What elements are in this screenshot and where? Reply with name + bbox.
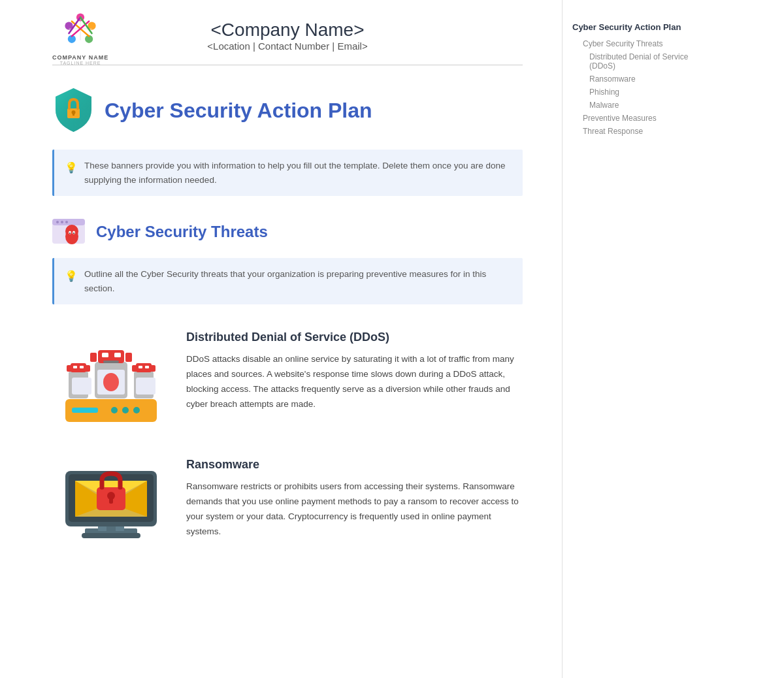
threats-section-header: Cyber Security Threats bbox=[52, 216, 523, 248]
threat-item-ransomware: Ransomware Ransomware restricts or prohi… bbox=[52, 451, 523, 556]
ransomware-description: Ransomware restricts or prohibits users … bbox=[186, 479, 523, 540]
logo-company-name: COMPANY NAME bbox=[52, 54, 108, 61]
svg-rect-51 bbox=[136, 378, 155, 395]
svg-rect-46 bbox=[150, 365, 155, 372]
sidebar-item-preventive[interactable]: Preventive Measures bbox=[572, 112, 696, 125]
svg-rect-48 bbox=[145, 366, 149, 368]
svg-rect-35 bbox=[80, 366, 84, 368]
svg-point-18 bbox=[65, 221, 68, 223]
sidebar-item-malware[interactable]: Malware bbox=[572, 99, 696, 112]
logo-area: COMPANY NAME TAGLINE HERE bbox=[52, 6, 108, 65]
ddos-image bbox=[52, 324, 170, 428]
svg-point-52 bbox=[103, 373, 119, 391]
company-name: <Company Name> bbox=[207, 20, 367, 40]
svg-rect-64 bbox=[106, 526, 116, 532]
svg-rect-26 bbox=[72, 408, 98, 413]
svg-rect-33 bbox=[85, 365, 90, 372]
svg-rect-34 bbox=[73, 366, 77, 368]
svg-rect-40 bbox=[102, 353, 108, 357]
threats-bulb-icon: 💡 bbox=[65, 268, 78, 285]
sidebar: Cyber Security Action Plan Cyber Securit… bbox=[562, 0, 706, 678]
ransomware-title: Ransomware bbox=[186, 458, 523, 472]
header-divider bbox=[52, 65, 523, 65]
svg-rect-65 bbox=[82, 533, 140, 538]
threat-item-ddos: Distributed Denial of Service (DDoS) DDo… bbox=[52, 324, 523, 428]
svg-rect-49 bbox=[72, 378, 91, 395]
shield-lock-svg bbox=[52, 85, 95, 134]
threats-section-title: Cyber Security Threats bbox=[96, 223, 268, 241]
sidebar-item-threats[interactable]: Cyber Security Threats bbox=[572, 37, 696, 50]
sidebar-item-phishing[interactable]: Phishing bbox=[572, 86, 696, 99]
ransomware-content: Ransomware Ransomware restricts or prohi… bbox=[186, 451, 523, 540]
svg-point-24 bbox=[73, 233, 74, 234]
svg-rect-63 bbox=[109, 497, 113, 504]
company-info: <Company Name> <Location | Contact Numbe… bbox=[207, 20, 367, 52]
svg-point-28 bbox=[122, 407, 129, 413]
svg-point-27 bbox=[111, 407, 118, 413]
plan-info-banner: 💡 These banners provide you with informa… bbox=[52, 150, 523, 196]
svg-point-17 bbox=[61, 221, 63, 223]
svg-point-20 bbox=[65, 225, 78, 238]
ddos-title: Distributed Denial of Service (DDoS) bbox=[186, 331, 523, 344]
svg-point-23 bbox=[69, 233, 71, 234]
svg-point-16 bbox=[56, 221, 59, 223]
sidebar-item-ransomware[interactable]: Ransomware bbox=[572, 73, 696, 86]
threats-info-banner: 💡 Outline all the Cyber Security threats… bbox=[52, 258, 523, 304]
ransomware-image bbox=[52, 451, 170, 556]
svg-rect-32 bbox=[67, 365, 72, 372]
header: COMPANY NAME TAGLINE HERE <Company Name>… bbox=[52, 20, 523, 52]
bulb-icon: 💡 bbox=[65, 159, 78, 176]
ddos-content: Distributed Denial of Service (DDoS) DDo… bbox=[186, 324, 523, 412]
threats-section-icon bbox=[52, 216, 88, 248]
logo-icon bbox=[57, 6, 103, 52]
sidebar-item-threat-response[interactable]: Threat Response bbox=[572, 125, 696, 138]
plan-title: Cyber Security Action Plan bbox=[105, 99, 372, 123]
svg-point-29 bbox=[133, 407, 140, 413]
threats-banner-text: Outline all the Cyber Security threats t… bbox=[84, 267, 512, 295]
sidebar-item-ddos[interactable]: Distributed Denial of Service (DDoS) bbox=[572, 50, 696, 73]
main-content: COMPANY NAME TAGLINE HERE <Company Name>… bbox=[0, 0, 562, 678]
logo-tagline: TAGLINE HERE bbox=[52, 61, 108, 65]
svg-rect-38 bbox=[90, 353, 97, 362]
svg-rect-44 bbox=[136, 363, 152, 372]
svg-rect-47 bbox=[139, 366, 142, 368]
svg-rect-42 bbox=[103, 361, 119, 363]
shield-icon bbox=[52, 85, 95, 137]
svg-rect-31 bbox=[71, 363, 86, 372]
svg-rect-13 bbox=[73, 113, 74, 116]
plan-banner-text: These banners provide you with informati… bbox=[84, 159, 512, 187]
svg-rect-41 bbox=[114, 353, 121, 357]
ransomware-svg bbox=[52, 451, 170, 556]
svg-rect-45 bbox=[132, 365, 137, 372]
sidebar-title: Cyber Security Action Plan bbox=[572, 22, 696, 32]
ddos-svg bbox=[52, 324, 170, 428]
svg-rect-39 bbox=[125, 353, 132, 362]
plan-title-section: Cyber Security Action Plan bbox=[52, 85, 523, 137]
threats-icon-svg bbox=[52, 216, 88, 248]
company-details: <Location | Contact Number | Email> bbox=[207, 40, 367, 52]
ddos-description: DDoS attacks disable an online service b… bbox=[186, 352, 523, 412]
